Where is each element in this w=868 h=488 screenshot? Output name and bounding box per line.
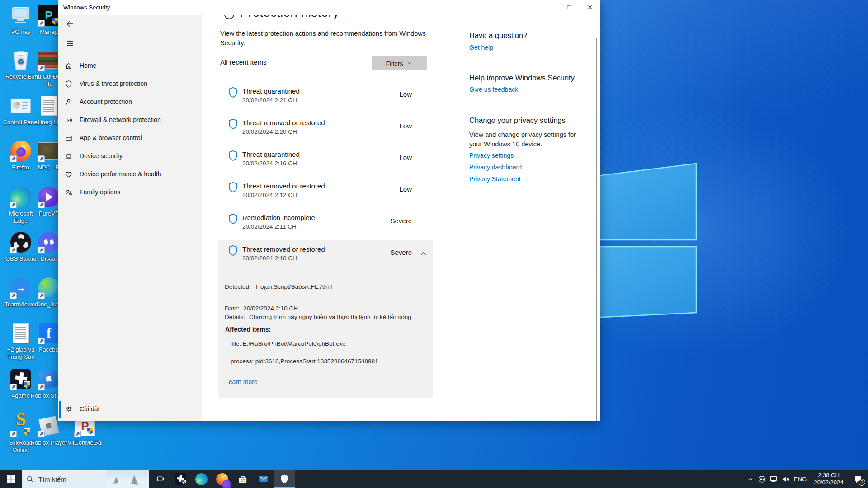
severity-label: Low <box>399 122 412 130</box>
sidebar-item-account-protection[interactable]: Account protection <box>58 93 202 111</box>
task-view-button[interactable] <box>149 470 170 488</box>
shield-icon <box>227 118 239 130</box>
person-icon <box>65 98 73 106</box>
sidebar-item-device-security[interactable]: Device security <box>58 147 202 165</box>
taskbar-app-4game[interactable] <box>170 470 191 488</box>
privacy-heading: Change your privacy settings <box>469 116 566 125</box>
shield-icon <box>227 181 239 193</box>
maximize-button[interactable]: □ <box>559 0 580 14</box>
notification-badge: 1 <box>859 479 865 486</box>
close-button[interactable]: ✕ <box>580 0 600 14</box>
shortcut-arrow-icon: ↗ <box>38 155 45 162</box>
privacy-dashboard-link[interactable]: Privacy dashboard <box>469 164 522 171</box>
privacy-settings-link[interactable]: Privacy settings <box>469 152 514 159</box>
shortcut-arrow-icon: ↗ <box>38 247 45 253</box>
taskbar: Tìm kiếm <box>0 470 868 488</box>
history-row[interactable]: Threat quarantined 20/02/2024 2:21 CH Lo… <box>218 83 433 109</box>
photo-icon: ↗ <box>37 49 61 71</box>
history-row[interactable]: Threat removed or restored 20/02/2024 2:… <box>218 178 433 204</box>
device-icon <box>65 152 73 160</box>
start-button[interactable] <box>0 470 22 488</box>
tray-network[interactable] <box>768 470 779 488</box>
filters-button[interactable]: Filters <box>372 56 427 70</box>
taskbar-app-windows-security[interactable] <box>274 470 295 488</box>
affected-items-heading: Affected items: <box>225 326 271 333</box>
get-help-link[interactable]: Get help <box>469 44 493 51</box>
back-button[interactable] <box>62 17 78 31</box>
chevron-up-icon <box>747 476 754 483</box>
facebook-icon: f↗ <box>37 322 61 344</box>
home-icon <box>65 62 73 70</box>
learn-more-link[interactable]: Learn more <box>225 378 258 385</box>
privacy-body: View and change privacy settings for you… <box>469 130 580 149</box>
roblox-studio-icon: ↗ <box>37 368 61 390</box>
taskbar-app-firefox[interactable] <box>212 470 232 488</box>
chevron-up-icon[interactable] <box>420 250 427 258</box>
details-line: Details:Chương trình này nguy hiểm và th… <box>225 314 413 320</box>
date-line: Date:20/02/2024 2:10 CH <box>225 305 298 312</box>
family-icon <box>65 188 73 197</box>
tray-meet-now[interactable] <box>756 470 768 488</box>
taskbar-app-store[interactable] <box>232 470 253 488</box>
shortcut-arrow-icon: ↗ <box>38 338 45 344</box>
firefox-icon: ↗ <box>9 140 33 162</box>
sidebar-item-firewall-network[interactable]: Firewall & network protection <box>58 111 202 129</box>
search-box[interactable]: Tìm kiếm <box>22 470 149 488</box>
shield-icon <box>65 80 73 88</box>
shortcut-arrow-icon: ↗ <box>10 292 17 299</box>
taskbar-app-edge[interactable] <box>191 470 212 488</box>
firewall-icon <box>65 116 73 124</box>
search-icon <box>26 475 34 483</box>
text-document-icon <box>9 322 33 344</box>
dns-jumper-icon: ↗ <box>37 277 61 299</box>
meet-now-icon <box>758 475 766 483</box>
sidebar-item-virus-threat-protection[interactable]: Virus & threat protection <box>58 75 202 93</box>
action-center-button[interactable]: 1 <box>848 470 868 488</box>
shortcut-arrow-icon: ↗ <box>38 202 45 208</box>
tray-expand-button[interactable] <box>744 470 756 488</box>
windows-security-shield-icon <box>279 474 290 484</box>
menu-button[interactable] <box>62 37 78 50</box>
microsoft-store-icon <box>237 474 248 484</box>
photo-icon: ↗ <box>37 140 61 162</box>
back-arrow-icon <box>65 19 75 29</box>
history-row[interactable]: Threat quarantined 20/02/2024 2:16 CH Lo… <box>218 146 433 172</box>
shortcut-arrow-icon: ↗ <box>10 384 17 390</box>
severity-label: Low <box>399 185 412 193</box>
window-title: Windows Security <box>63 4 110 11</box>
tray-volume[interactable] <box>779 470 791 488</box>
taskbar-clock[interactable]: 2:38 CH 20/02/2024 <box>809 472 848 486</box>
windows-security-window: Windows Security – □ ✕ Home Virus & thre… <box>58 0 600 421</box>
history-row[interactable]: Threat removed or restored 20/02/2024 2:… <box>218 114 433 141</box>
obs-icon: ↗ <box>9 231 33 253</box>
history-row-expanded[interactable]: Threat removed or restored 20/02/2024 2:… <box>218 241 433 267</box>
sidebar: Home Virus & threat protection Account p… <box>58 15 202 421</box>
language-indicator[interactable]: ENG <box>791 476 809 483</box>
minimize-button[interactable]: – <box>538 0 559 14</box>
shield-icon <box>227 244 239 257</box>
sidebar-item-settings[interactable]: Cài đặt <box>58 401 202 418</box>
shortcut-arrow-icon: ↗ <box>74 431 81 437</box>
privacy-statement-link[interactable]: Privacy Statement <box>469 175 521 183</box>
sidebar-item-family-options[interactable]: Family options <box>58 183 202 202</box>
shield-icon <box>227 213 239 225</box>
search-placeholder: Tìm kiếm <box>38 475 66 483</box>
history-row[interactable]: Remediation incomplete 20/02/2024 2:11 C… <box>218 209 433 235</box>
clock-time: 2:38 CH <box>809 472 848 479</box>
teamviewer-icon: ↔↗ <box>9 277 33 299</box>
sidebar-item-device-performance[interactable]: Device performance & health <box>58 165 202 183</box>
purevpn-icon: ↗ <box>37 186 61 208</box>
silkroad-icon: S↗ <box>9 415 33 437</box>
taskbar-app-mail[interactable] <box>253 470 274 488</box>
app-browser-icon <box>65 134 73 142</box>
shortcut-arrow-icon: ↗ <box>10 431 17 437</box>
severity-label: Severe <box>390 249 412 256</box>
sidebar-item-home[interactable]: Home <box>58 57 202 75</box>
scrollbar[interactable] <box>596 38 597 421</box>
sidebar-item-app-browser-control[interactable]: App & browser control <box>58 129 202 147</box>
edge-icon <box>195 473 208 485</box>
title-bar[interactable]: Windows Security <box>58 0 600 15</box>
edge-icon: ↗ <box>9 186 33 208</box>
manag-icon: P↗ <box>37 4 61 27</box>
give-feedback-link[interactable]: Give us feedback <box>469 86 518 93</box>
